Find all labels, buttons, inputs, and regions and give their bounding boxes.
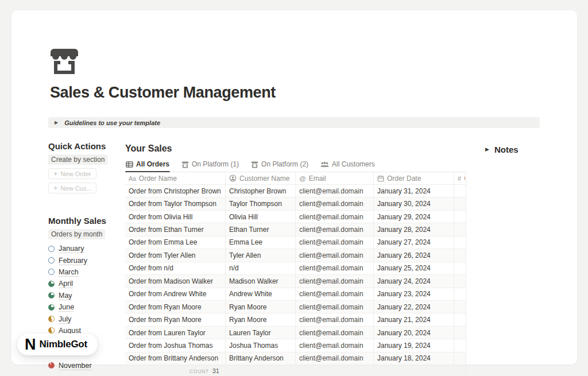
cell-customer-name[interactable]: Joshua Thomas bbox=[225, 339, 295, 351]
cell-email[interactable]: client@email.domain bbox=[295, 339, 373, 351]
cell-email[interactable]: client@email.domain bbox=[295, 301, 373, 313]
cell-email[interactable]: client@email.domain bbox=[295, 197, 373, 210]
cell-customer-name[interactable]: Ryan Moore bbox=[225, 313, 295, 325]
cell-email[interactable]: client@email.domain bbox=[295, 288, 373, 300]
table-body: Order from Christopher BrownChristopher … bbox=[125, 185, 466, 365]
cell-customer-name[interactable]: Andrew White bbox=[225, 288, 295, 300]
cell-customer-name[interactable]: Ethan Turner bbox=[225, 223, 295, 235]
column-header-c[interactable]: #C bbox=[454, 172, 465, 184]
month-item-june[interactable]: June bbox=[48, 301, 126, 313]
cell-extra[interactable] bbox=[454, 288, 465, 300]
month-item-july[interactable]: July bbox=[48, 313, 126, 324]
cell-order-name[interactable]: Order from Ryan Moore bbox=[125, 301, 225, 313]
tab-all-orders[interactable]: All Orders bbox=[125, 160, 170, 172]
cell-email[interactable]: client@email.domain bbox=[295, 249, 373, 261]
cell-customer-name[interactable]: Emma Lee bbox=[225, 237, 295, 249]
cell-order-date[interactable]: January 22, 2024 bbox=[373, 301, 454, 313]
table-count[interactable]: COUNT 31 bbox=[125, 365, 466, 374]
cell-order-name[interactable]: Order from Andrew White bbox=[125, 288, 225, 300]
cell-extra[interactable] bbox=[454, 313, 465, 325]
column-header-order-name[interactable]: AaOrder Name bbox=[125, 172, 225, 184]
cell-extra[interactable] bbox=[454, 249, 465, 261]
cell-email[interactable]: client@email.domain bbox=[295, 327, 373, 339]
cell-customer-name[interactable]: Ryan Moore bbox=[225, 301, 295, 313]
cell-order-name[interactable]: Order from n/d bbox=[125, 262, 225, 274]
cell-customer-name[interactable]: Brittany Anderson bbox=[225, 352, 295, 365]
month-item-february[interactable]: February bbox=[48, 254, 126, 266]
cell-extra[interactable] bbox=[454, 223, 465, 235]
cell-order-name[interactable]: Order from Madison Walker bbox=[125, 275, 225, 287]
cell-order-date[interactable]: January 31, 2024 bbox=[373, 185, 454, 197]
cell-customer-name[interactable]: Christopher Brown bbox=[225, 185, 295, 197]
cell-email[interactable]: client@email.domain bbox=[295, 313, 373, 325]
cell-order-name[interactable]: Order from Taylor Thompson bbox=[125, 197, 225, 210]
table-row: Order from n/dn/dclient@email.domainJanu… bbox=[125, 262, 466, 275]
cell-extra[interactable] bbox=[454, 275, 465, 287]
guidelines-toggle[interactable]: ▶ Guidelines to use your template bbox=[48, 117, 540, 128]
column-header-order-date[interactable]: Order Date bbox=[373, 172, 454, 184]
cell-order-date[interactable]: January 18, 2024 bbox=[373, 352, 454, 365]
cell-order-name[interactable]: Order from Ethan Turner bbox=[125, 223, 225, 235]
cell-email[interactable]: client@email.domain bbox=[295, 275, 373, 287]
cell-email[interactable]: client@email.domain bbox=[295, 352, 373, 365]
cell-extra[interactable] bbox=[454, 339, 465, 351]
tab-label: On Platform (2) bbox=[261, 160, 308, 168]
tab-on-platform-1[interactable]: On Platform (1) bbox=[181, 160, 239, 172]
cell-order-date[interactable]: January 20, 2024 bbox=[373, 327, 454, 339]
cell-order-name[interactable]: Order from Emma Lee bbox=[125, 237, 225, 249]
cell-customer-name[interactable]: Lauren Taylor bbox=[225, 327, 295, 339]
nimblegot-badge[interactable]: N NimbleGot bbox=[17, 334, 98, 355]
cell-order-date[interactable]: January 30, 2024 bbox=[373, 197, 454, 210]
cell-order-date[interactable]: January 24, 2024 bbox=[373, 275, 454, 287]
month-item-january[interactable]: January bbox=[48, 243, 126, 254]
cell-email[interactable]: client@email.domain bbox=[295, 185, 373, 197]
cell-order-name[interactable]: Order from Ryan Moore bbox=[125, 313, 225, 325]
cell-customer-name[interactable]: Taylor Thompson bbox=[225, 197, 295, 210]
storefront-icon[interactable] bbox=[51, 48, 78, 75]
column-header-email[interactable]: @Email bbox=[295, 172, 373, 184]
column-header-customer-name[interactable]: Customer Name bbox=[225, 172, 295, 184]
cell-email[interactable]: client@email.domain bbox=[295, 237, 373, 249]
cell-extra[interactable] bbox=[454, 197, 465, 210]
cell-email[interactable]: client@email.domain bbox=[295, 223, 373, 235]
month-item-april[interactable]: April bbox=[48, 278, 126, 289]
notes-toggle[interactable]: ▶ Notes bbox=[485, 145, 519, 154]
cell-email[interactable]: client@email.domain bbox=[295, 211, 373, 223]
cell-order-name[interactable]: Order from Olivia Hill bbox=[125, 211, 225, 223]
cell-order-name[interactable]: Order from Joshua Thomas bbox=[125, 339, 225, 351]
cell-extra[interactable] bbox=[454, 237, 465, 249]
cell-order-name[interactable]: Order from Tyler Allen bbox=[125, 249, 225, 261]
cell-email[interactable]: client@email.domain bbox=[295, 262, 373, 274]
cell-customer-name[interactable]: Madison Walker bbox=[225, 275, 295, 287]
cell-order-name[interactable]: Order from Brittany Anderson bbox=[125, 352, 225, 365]
cell-extra[interactable] bbox=[454, 262, 465, 274]
new-order-button[interactable]: +New Order bbox=[48, 168, 96, 179]
tab-on-platform-2[interactable]: On Platform (2) bbox=[250, 160, 309, 172]
month-item-march[interactable]: March bbox=[48, 266, 126, 278]
cell-order-date[interactable]: January 28, 2024 bbox=[373, 223, 454, 235]
cell-extra[interactable] bbox=[454, 301, 465, 313]
cell-order-date[interactable]: January 29, 2024 bbox=[373, 211, 454, 223]
cell-extra[interactable] bbox=[454, 327, 465, 339]
cell-order-date[interactable]: January 21, 2024 bbox=[373, 313, 454, 325]
month-item-november[interactable]: November bbox=[48, 360, 126, 371]
cell-order-date[interactable]: January 25, 2024 bbox=[373, 262, 454, 274]
cell-extra[interactable] bbox=[454, 211, 465, 223]
cell-customer-name[interactable]: Olivia Hill bbox=[225, 211, 295, 223]
cell-extra[interactable] bbox=[454, 352, 465, 365]
toggle-arrow-icon[interactable]: ▶ bbox=[485, 147, 489, 152]
cell-order-date[interactable]: January 23, 2024 bbox=[373, 288, 454, 300]
cell-order-date[interactable]: January 19, 2024 bbox=[373, 339, 454, 351]
new-customer-button[interactable]: +New Cus... bbox=[48, 183, 96, 193]
tab-all-customers[interactable]: All Customers bbox=[320, 160, 376, 172]
table-row: Order from Tyler AllenTyler Allenclient@… bbox=[125, 249, 466, 262]
cell-order-date[interactable]: January 27, 2024 bbox=[373, 237, 454, 249]
cell-customer-name[interactable]: n/d bbox=[225, 262, 295, 274]
month-item-may[interactable]: May bbox=[48, 290, 126, 301]
cell-customer-name[interactable]: Tyler Allen bbox=[225, 249, 295, 261]
toggle-arrow-icon[interactable]: ▶ bbox=[55, 121, 58, 125]
cell-order-name[interactable]: Order from Lauren Taylor bbox=[125, 327, 225, 339]
cell-order-date[interactable]: January 26, 2024 bbox=[373, 249, 454, 261]
cell-order-name[interactable]: Order from Christopher Brown bbox=[125, 185, 225, 197]
cell-extra[interactable] bbox=[454, 185, 465, 197]
